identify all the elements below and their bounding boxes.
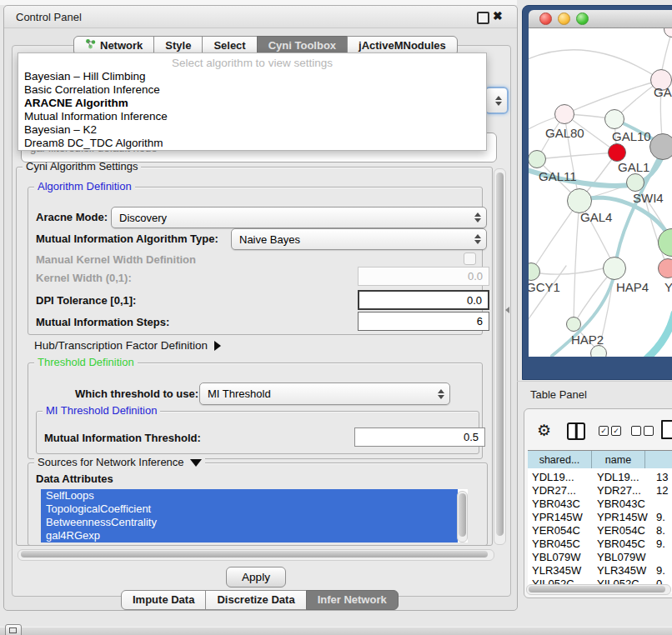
table-cell: YBL079W bbox=[532, 551, 581, 563]
table-cell: YPR145W bbox=[597, 511, 648, 523]
table-cell: 9. bbox=[656, 564, 665, 577]
gear-icon[interactable]: ⚙ bbox=[537, 422, 551, 438]
network-node-gal10[interactable] bbox=[604, 109, 624, 129]
zoom-traffic-light-icon[interactable] bbox=[576, 12, 589, 25]
data-attributes-list[interactable]: SelfLoopsTopologicalCoefficientBetweenne… bbox=[41, 489, 468, 542]
table-row[interactable]: YPR145WYPR145W9. bbox=[528, 510, 672, 523]
table-horizontal-scrollbar[interactable] bbox=[526, 584, 671, 595]
control-panel-window: Control Panel ✖ NetworkStyleSelectCyni T… bbox=[3, 5, 518, 611]
minimized-panel-button[interactable] bbox=[5, 624, 22, 635]
table-row[interactable]: YDL19...YDL19...13 bbox=[528, 470, 672, 483]
node-label: Y bbox=[664, 280, 672, 294]
network-node-gal1[interactable] bbox=[608, 143, 626, 162]
screen: Control Panel ✖ NetworkStyleSelectCyni T… bbox=[0, 0, 672, 635]
node-label: GAL bbox=[654, 85, 672, 99]
manual-kernel-checkbox[interactable] bbox=[464, 252, 476, 265]
mi-steps-field[interactable]: 6 bbox=[358, 312, 489, 331]
close-icon[interactable]: ✖ bbox=[493, 9, 503, 22]
algorithm-option[interactable]: Basic Correlation Inference bbox=[18, 83, 486, 97]
network-node-hap4[interactable] bbox=[603, 257, 626, 280]
which-threshold-label: Which threshold to use: bbox=[75, 388, 198, 400]
mi-threshold-field[interactable]: 0.5 bbox=[354, 428, 485, 447]
network-canvas[interactable]: GALGAL80GAL10GAL1GAL11SWI4GAL4GCY1HAP4YH… bbox=[529, 28, 672, 357]
combo-arrows-icon bbox=[474, 234, 481, 244]
network-node-swi4[interactable] bbox=[626, 173, 644, 192]
data-attribute-item[interactable]: gal4RGexp bbox=[41, 529, 458, 542]
tab-impute-data[interactable]: Impute Data bbox=[121, 590, 206, 610]
data-attribute-item[interactable]: SelfLoops bbox=[41, 489, 458, 502]
control-panel-titlebar: Control Panel ✖ bbox=[4, 6, 517, 28]
split-columns-icon[interactable] bbox=[567, 422, 585, 440]
float-window-icon[interactable] bbox=[477, 12, 489, 24]
table-column-header[interactable]: shared... bbox=[528, 451, 592, 468]
table-cell: YBR043C bbox=[597, 498, 645, 510]
network-node[interactable] bbox=[590, 345, 607, 357]
table-cell: YBL079W bbox=[597, 551, 646, 563]
panel-resize-handle[interactable] bbox=[505, 307, 509, 313]
dpi-tolerance-field[interactable]: 0.0 bbox=[358, 290, 489, 310]
algorithm-option[interactable]: Dream8 DC_TDC Algorithm bbox=[18, 137, 486, 150]
table-cell: 9. bbox=[656, 511, 665, 523]
algorithm-dropdown-popup[interactable]: Select algorithm to view settings Bayesi… bbox=[18, 52, 487, 151]
table-row[interactable]: YER054CYER054C8. bbox=[528, 523, 672, 537]
table-cell: YDL19... bbox=[597, 471, 639, 483]
network-node-gal11[interactable] bbox=[529, 150, 546, 168]
attributes-scrollbar[interactable] bbox=[457, 491, 468, 542]
table-cell: YER054C bbox=[532, 524, 580, 537]
dpi-tolerance-label: DPI Tolerance [0,1]: bbox=[36, 294, 136, 307]
apply-button[interactable]: Apply bbox=[226, 567, 286, 588]
node-label: GAL80 bbox=[545, 126, 584, 140]
mi-steps-value: 6 bbox=[477, 315, 483, 328]
mi-threshold-group-title: MI Threshold Definition bbox=[43, 405, 160, 417]
minimize-traffic-light-icon[interactable] bbox=[558, 12, 570, 25]
export-table-icon[interactable] bbox=[661, 420, 672, 439]
algorithm-definition-title: Algorithm Definition bbox=[34, 181, 135, 192]
table-row[interactable]: YBR043CYBR043C bbox=[528, 497, 672, 510]
table-panel-title: Table Panel bbox=[530, 388, 587, 401]
inference-algorithm-combo-fragment[interactable] bbox=[484, 87, 509, 114]
network-node-y[interactable] bbox=[658, 258, 672, 278]
aracne-mode-combo[interactable]: Discovery bbox=[111, 207, 487, 228]
table-row[interactable]: YBL079WYBL079W bbox=[528, 550, 672, 563]
table-header: shared...name bbox=[528, 450, 672, 469]
close-traffic-light-icon[interactable] bbox=[539, 12, 552, 25]
mi-threshold-value: 0.5 bbox=[464, 431, 479, 443]
settings-horizontal-scrollbar[interactable] bbox=[18, 549, 494, 561]
algorithm-option[interactable]: Mutual Information Inference bbox=[18, 110, 486, 123]
algorithm-option[interactable]: Bayesian – Hill Climbing bbox=[18, 70, 486, 83]
network-node-hap2[interactable] bbox=[566, 317, 581, 332]
node-label: SWI4 bbox=[633, 191, 664, 205]
expander-collapsed-icon bbox=[214, 341, 221, 351]
network-window-titlebar bbox=[529, 10, 672, 28]
data-attribute-item[interactable]: TopologicalCoefficient bbox=[41, 502, 458, 516]
apply-button-label: Apply bbox=[242, 571, 270, 583]
table-row[interactable]: YLR345WYLR345W9. bbox=[528, 563, 672, 577]
show-columns-icon[interactable]: ✓✓ bbox=[599, 426, 621, 436]
table-row[interactable]: YDR27...YDR27...12 bbox=[528, 483, 672, 497]
table-cell: YPR145W bbox=[532, 511, 583, 523]
hub-definition-expander[interactable]: Hub/Transcription Factor Definition bbox=[34, 339, 221, 352]
network-node[interactable] bbox=[649, 133, 672, 160]
hide-columns-icon[interactable] bbox=[631, 426, 654, 436]
network-node-gal80[interactable] bbox=[554, 104, 574, 124]
table-column-header[interactable] bbox=[645, 451, 672, 468]
tab-infer-network[interactable]: Infer Network bbox=[306, 590, 399, 610]
sources-expander[interactable]: Sources for Network Inference bbox=[34, 457, 205, 468]
manual-kernel-label: Manual Kernel Width Definition bbox=[36, 253, 196, 266]
mi-algorithm-type-label: Mutual Information Algorithm Type: bbox=[36, 232, 218, 245]
which-threshold-combo[interactable]: MI Threshold bbox=[199, 382, 450, 405]
combo-arrows-icon bbox=[474, 212, 481, 222]
table-row[interactable]: YBR045CYBR045C9. bbox=[528, 537, 672, 550]
kernel-width-field[interactable]: 0.0 bbox=[358, 267, 489, 286]
aracne-mode-label: Aracne Mode: bbox=[36, 211, 108, 223]
data-attribute-item[interactable]: BetweennessCentrality bbox=[41, 516, 458, 529]
node-label: GAL11 bbox=[539, 169, 577, 183]
algorithm-option[interactable]: Bayesian – K2 bbox=[18, 123, 486, 137]
tab-label: Impute Data bbox=[133, 591, 194, 609]
algorithm-option[interactable]: ARACNE Algorithm bbox=[18, 97, 486, 110]
aracne-mode-value: Discovery bbox=[119, 212, 167, 224]
tab-discretize-data[interactable]: Discretize Data bbox=[205, 590, 306, 610]
mi-algorithm-type-combo[interactable]: Naive Bayes bbox=[231, 228, 487, 250]
table-column-header[interactable]: name bbox=[592, 451, 645, 468]
settings-vertical-scrollbar[interactable] bbox=[494, 168, 506, 545]
